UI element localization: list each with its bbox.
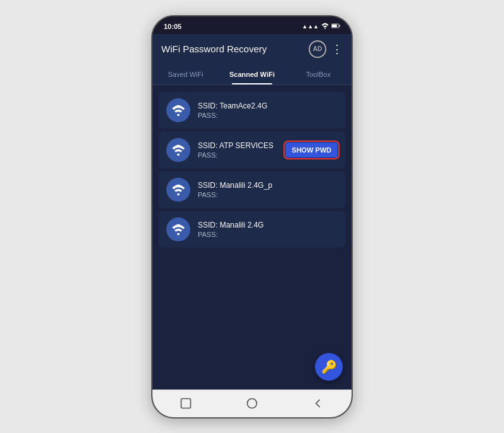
tab-saved-wifi[interactable]: Saved WiFi: [152, 64, 219, 84]
status-bar: 10:05 ▲▲▲: [152, 16, 352, 34]
wifi-info: SSID: Manalili 2.4G_p PASS:: [198, 181, 338, 199]
wifi-icon-circle: [166, 138, 190, 162]
svg-rect-2: [332, 24, 337, 27]
status-icons: ▲▲▲: [302, 23, 340, 30]
wifi-status-icon: [321, 23, 329, 30]
wifi-icon-circle: [166, 217, 190, 241]
wifi-info: SSID: Manalili 2.4G PASS:: [198, 221, 338, 238]
svg-point-5: [177, 153, 180, 156]
wifi-ssid: SSID: Manalili 2.4G_p: [198, 181, 338, 190]
battery-icon: [331, 23, 340, 30]
wifi-ssid: SSID: Manalili 2.4G: [198, 221, 338, 229]
phone-frame: 10:05 ▲▲▲ WiFi Password Recovery: [151, 15, 353, 419]
tab-toolbox[interactable]: ToolBox: [285, 64, 352, 84]
nav-square-button[interactable]: [177, 395, 195, 412]
svg-point-9: [247, 399, 256, 408]
wifi-item: SSID: Manalili 2.4G_p PASS:: [159, 171, 345, 208]
wifi-item: SSID: Manalili 2.4G PASS:: [159, 211, 345, 248]
wifi-info: SSID: TeamAce2.4G PASS:: [198, 101, 338, 119]
wifi-icon-circle: [166, 178, 190, 202]
wifi-pass: PASS:: [198, 191, 338, 199]
nav-back-button[interactable]: [309, 395, 327, 412]
svg-point-0: [324, 28, 326, 29]
wifi-item: SSID: TeamAce2.4G PASS:: [159, 92, 345, 129]
svg-point-4: [177, 113, 180, 116]
app-bar: WiFi Password Recovery AD ⋮: [152, 34, 352, 64]
wifi-list-content: SSID: TeamAce2.4G PASS: SSID: ATP SERVIC…: [152, 85, 352, 390]
status-time: 10:05: [164, 23, 181, 30]
show-pwd-button[interactable]: SHOW PWD: [285, 142, 338, 158]
signal-icon: ▲▲▲: [302, 23, 319, 30]
svg-rect-8: [181, 399, 190, 408]
ad-icon[interactable]: AD: [309, 40, 326, 58]
app-bar-icons: AD ⋮: [309, 40, 343, 58]
key-icon: 🔑: [321, 359, 337, 374]
wifi-icon-circle: [166, 98, 190, 122]
wifi-ssid: SSID: TeamAce2.4G: [198, 101, 338, 110]
app-title: WiFi Password Recovery: [161, 43, 309, 54]
tab-bar: Saved WiFi Scanned WiFi ToolBox: [152, 64, 352, 85]
wifi-pass: PASS:: [198, 151, 278, 159]
svg-rect-3: [339, 25, 340, 26]
wifi-info: SSID: ATP SERVICES PASS:: [198, 141, 278, 159]
tab-scanned-wifi[interactable]: Scanned WiFi: [219, 64, 285, 84]
more-menu-icon[interactable]: ⋮: [331, 42, 343, 56]
svg-point-6: [177, 193, 180, 195]
wifi-pass: PASS:: [198, 112, 338, 119]
wifi-ssid: SSID: ATP SERVICES: [198, 141, 278, 150]
svg-point-7: [177, 233, 180, 235]
fab-button[interactable]: 🔑: [315, 353, 343, 381]
wifi-pass: PASS:: [198, 231, 338, 238]
wifi-item: SSID: ATP SERVICES PASS: SHOW PWD: [159, 132, 345, 168]
nav-circle-button[interactable]: [243, 395, 261, 412]
bottom-nav: [152, 390, 352, 417]
